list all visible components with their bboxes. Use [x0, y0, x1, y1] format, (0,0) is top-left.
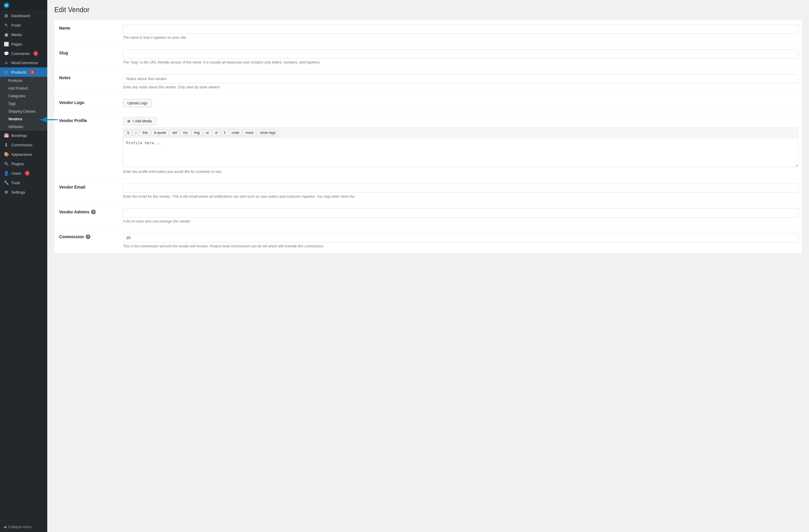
slug-cell: The "slug" is the URL-friendly version o…: [119, 45, 802, 69]
commission-icon: $: [3, 142, 9, 147]
commission-input[interactable]: [123, 233, 798, 242]
toolbar-btn-ins[interactable]: ins: [180, 130, 190, 136]
bookings-icon: 📅: [3, 133, 9, 138]
sidebar-item-tools[interactable]: 🔧 Tools: [0, 178, 47, 187]
vendor-form: Name The name is how it appears on your …: [54, 20, 802, 253]
name-label: Name: [54, 20, 119, 45]
toolbar-btn-close-tags[interactable]: close tags: [257, 130, 278, 136]
commission-text: Commission: [59, 234, 84, 239]
sidebar-item-label: Pages: [11, 42, 22, 47]
sidebar-item-label: Plugins: [11, 162, 24, 166]
profile-hint: Enter the profile information you would …: [123, 170, 798, 174]
plugins-icon: 🔌: [3, 161, 9, 166]
vendor-admins-row: Vendor Admins ? A list of users who can …: [54, 204, 802, 228]
vendor-profile-cell: ⊞ + Add Media bilinkb-quotedelinsimgulol…: [119, 112, 802, 179]
toolbar-btn-ul[interactable]: ul: [203, 130, 211, 136]
comments-badge: 1: [33, 51, 38, 56]
subnav-attributes[interactable]: Attributes: [0, 123, 47, 131]
products-icon: 🛒: [3, 70, 9, 74]
subnav-add-product[interactable]: Add Product: [0, 85, 47, 92]
sidebar-item-label: Posts: [11, 23, 21, 28]
sidebar-item-settings[interactable]: ⚙ Settings: [0, 187, 47, 197]
upload-logo-button[interactable]: Upload Logo: [123, 99, 152, 107]
woocommerce-icon: W: [3, 61, 9, 65]
pages-icon: ⬜: [3, 42, 9, 47]
sidebar-item-label: Dashboard: [11, 14, 30, 18]
vendor-admins-input[interactable]: [123, 208, 798, 218]
posts-icon: ✎: [3, 23, 9, 28]
sidebar-item-pages[interactable]: ⬜ Pages: [0, 39, 47, 49]
wp-icon: W: [3, 2, 10, 8]
vendor-admins-hint: A list of users who can manage this vend…: [123, 219, 798, 223]
sidebar-item-media[interactable]: ▣ Media: [0, 30, 47, 39]
products-badge: 3: [30, 70, 35, 74]
collapse-label: Collapse menu: [8, 525, 32, 529]
vendor-profile-label: Vendor Profile: [54, 112, 119, 179]
sidebar-item-dashboard[interactable]: ⊞ Dashboard: [0, 11, 47, 20]
sidebar-item-woocommerce[interactable]: W WooCommerce: [0, 58, 47, 67]
add-media-button[interactable]: ⊞ + Add Media: [123, 117, 156, 125]
sidebar-item-label: Bookings: [11, 133, 27, 138]
commission-row: Commission ? This is the commission amou…: [54, 228, 802, 253]
vendor-email-hint: Enter the email for this vendor. This is…: [123, 194, 798, 199]
toolbar-btn-b-quote[interactable]: b-quote: [151, 130, 169, 136]
vendor-email-row: Vendor Email Enter the email for this ve…: [54, 179, 802, 204]
notes-hint: Enter any notes about this vendor. Only …: [123, 85, 798, 89]
profile-editor[interactable]: Profile here...: [123, 137, 798, 167]
site-logo: W: [0, 0, 47, 11]
subnav-shipping-classes[interactable]: Shipping Classes: [0, 107, 47, 115]
collapse-icon: ◀: [3, 525, 6, 529]
dashboard-icon: ⊞: [3, 13, 9, 18]
sidebar-item-posts[interactable]: ✎ Posts: [0, 20, 47, 30]
main-content: Edit Vendor Name The name is how it appe…: [47, 0, 809, 532]
sidebar-item-bookings[interactable]: 📅 Bookings: [0, 131, 47, 140]
vendor-email-cell: Enter the email for this vendor. This is…: [119, 179, 802, 204]
vendor-admins-help-icon[interactable]: ?: [91, 209, 96, 214]
toolbar-btn-i[interactable]: i: [133, 130, 139, 136]
commission-help-icon[interactable]: ?: [86, 234, 90, 239]
toolbar-btn-ol[interactable]: ol: [212, 130, 220, 136]
name-input[interactable]: [123, 24, 798, 34]
vendor-logo-label: Vendor Logo: [54, 94, 119, 112]
media-icon: ▣: [3, 32, 9, 37]
sidebar-item-label: Tools: [11, 181, 20, 185]
vendor-email-input[interactable]: [123, 184, 798, 193]
sidebar-item-users[interactable]: 👤 Users 3: [0, 169, 47, 178]
subnav-categories[interactable]: Categories: [0, 92, 47, 100]
sidebar-item-appearance[interactable]: 🎨 Appearance: [0, 150, 47, 159]
sidebar-item-label: Media: [11, 33, 21, 37]
sidebar-item-label: Settings: [11, 190, 25, 194]
toolbar-btn-link[interactable]: link: [140, 130, 150, 136]
subnav-tags[interactable]: Tags: [0, 100, 47, 107]
toolbar-btn-del[interactable]: del: [170, 130, 180, 136]
slug-input[interactable]: [123, 49, 798, 58]
slug-hint: The "slug" is the URL-friendly version o…: [123, 60, 798, 65]
notes-input[interactable]: [123, 74, 798, 83]
sidebar-item-label: Commission: [11, 143, 33, 147]
name-cell: The name is how it appears on your site.: [119, 20, 802, 45]
toolbar-btn-img[interactable]: img: [191, 130, 202, 136]
collapse-menu[interactable]: ◀ Collapse menu: [0, 522, 47, 532]
sidebar-item-comments[interactable]: 💬 Comments 1: [0, 49, 47, 58]
subnav-products[interactable]: Products: [0, 77, 47, 85]
toolbar-btn-li[interactable]: li: [221, 130, 228, 136]
commission-cell: This is the commission amount the vendor…: [119, 228, 802, 253]
toolbar-btn-more[interactable]: more: [243, 130, 256, 136]
sidebar-item-label: Comments: [11, 51, 30, 56]
toolbar-btn-code[interactable]: code: [229, 130, 242, 136]
toolbar-btn-b[interactable]: b: [125, 130, 132, 136]
settings-icon: ⚙: [3, 190, 9, 194]
sidebar-item-commission[interactable]: $ Commission: [0, 140, 47, 150]
vendor-admins-label: Vendor Admins ?: [54, 204, 119, 228]
sidebar-item-plugins[interactable]: 🔌 Plugins: [0, 159, 47, 169]
sidebar-item-products[interactable]: 🛒 Products 3: [0, 67, 47, 77]
slug-row: Slug The "slug" is the URL-friendly vers…: [54, 45, 802, 69]
notes-label: Notes: [54, 69, 119, 94]
subnav-vendors[interactable]: Vendors: [0, 115, 47, 123]
sidebar-item-label: Users: [11, 171, 21, 175]
vendor-logo-cell: Upload Logo: [119, 94, 802, 112]
users-badge: 3: [25, 171, 30, 175]
vendor-profile-row: Vendor Profile ⊞ + Add Media bilinkb-quo…: [54, 112, 802, 179]
appearance-icon: 🎨: [3, 152, 9, 157]
tools-icon: 🔧: [3, 180, 9, 185]
